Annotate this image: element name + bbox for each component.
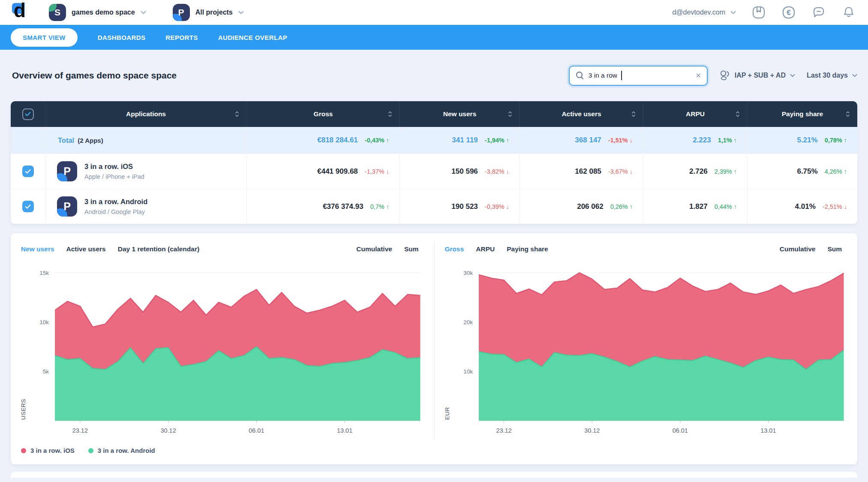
table-row-android-app: P 3 in a row. AndroidAndroid / Google Pl… [11,189,857,224]
chart-tab-day1-retention[interactable]: Day 1 retention (calendar) [118,245,199,253]
tab-smart-view[interactable]: SMART VIEW [11,28,78,47]
text-caret [621,71,622,80]
chart-mode-sum[interactable]: Sum [404,245,419,253]
sort-icon[interactable] [845,111,850,117]
new-users-area-chart: 5k10k15k23.1230.1206.0113.01USERS [11,260,434,440]
sort-icon[interactable] [735,111,740,117]
column-header-new-users[interactable]: New users [399,101,520,127]
account-email: d@devtodev.com [672,9,725,16]
clear-search-icon[interactable]: ✕ [695,72,701,80]
chart-tab-new-users[interactable]: New users [21,245,54,253]
metric-delta: -1,51%↓ [608,137,633,144]
metric-delta: -1,37%↓ [365,168,389,175]
new-users-cell: 190 523-0,39%↓ [399,189,520,224]
account-menu[interactable]: d@devtodev.com [672,9,736,16]
active-users-cell: 206 0620,26%↑ [520,189,643,224]
legend-item-ios[interactable]: 3 in a row. iOS [21,447,75,454]
tab-dashboards[interactable]: DASHBOARDS [98,34,146,41]
space-selector[interactable]: S games demo space [49,4,146,21]
svg-text:USERS: USERS [20,399,27,420]
delta-value: -3,82% [485,168,505,175]
revenue-chart-panel: Gross ARPU Paying share Cumulative Sum 1… [434,241,858,440]
svg-text:15k: 15k [39,270,49,276]
users-chart-panel: New users Active users Day 1 retention (… [11,241,434,440]
trend-arrow-icon: ↑ [734,137,737,144]
metric-delta: -2,51%↓ [823,203,847,210]
svg-text:23.12: 23.12 [496,427,511,434]
delta-value: -3,67% [608,168,628,175]
legend-item-android[interactable]: 3 in a row. Android [88,447,155,454]
select-all-cell [11,101,45,127]
date-range-label: Last 30 days [807,72,848,79]
svg-text:5k: 5k [43,368,49,375]
sort-icon[interactable] [631,111,636,117]
project-icon: P [173,4,190,21]
app-cell[interactable]: P 3 in a row. AndroidAndroid / Google Pl… [45,189,246,224]
date-range-filter[interactable]: Last 30 days [807,72,857,79]
trend-arrow-icon: ↑ [506,137,509,144]
delta-value: -1,37% [365,168,384,175]
chat-icon[interactable] [811,5,826,20]
arpu-cell: 1.8270,44%↑ [643,189,747,224]
column-header-arpu[interactable]: ARPU [643,101,747,127]
svg-text:23.12: 23.12 [72,427,88,434]
search-input[interactable]: 3 in a row ✕ [569,66,708,86]
bookmark-icon[interactable] [751,5,766,20]
select-all-checkbox[interactable] [22,108,34,120]
sort-icon[interactable] [508,111,513,117]
project-icon-letter: P [178,7,184,18]
app-cell[interactable]: P 3 in a row. iOSApple / iPhone + iPad [45,154,246,189]
tab-audience-overlap[interactable]: AUDIENCE OVERLAP [218,34,287,41]
column-header-paying-share[interactable]: Paying share [747,101,857,127]
paying-share-cell: 6.75%4,26%↑ [747,154,857,189]
sort-icon[interactable] [234,111,240,117]
metric-delta: 4,26%↑ [825,168,847,175]
metric-value: €441 909.68 [317,167,358,176]
column-label: Gross [314,110,333,118]
column-header-active-users[interactable]: Active users [520,101,643,127]
sort-icon[interactable] [387,111,393,117]
chart-mode-sum[interactable]: Sum [827,245,842,253]
svg-text:EUR: EUR [444,407,450,420]
chart-mode-cumulative[interactable]: Cumulative [356,245,392,253]
metric-value: 4.01% [795,202,816,211]
trend-arrow-icon: ↓ [506,168,509,175]
metric-value: 1.827 [689,202,708,211]
bell-icon[interactable] [841,5,856,20]
row-checkbox[interactable] [22,201,34,212]
metric-delta: 1,1%↑ [718,137,737,144]
app-icon-letter: P [63,200,71,213]
total-apps-count: (2 Apps) [78,137,103,144]
project-selector-label: All projects [195,9,233,16]
devtodev-logo[interactable]: d [12,2,32,23]
row-checkbox[interactable] [22,166,34,177]
delta-value: -1,94% [485,137,505,144]
table-row-total: Total (2 Apps) €818 284.61-0,43%↑ 341 11… [11,127,857,154]
tab-reports[interactable]: REPORTS [165,34,198,41]
metric-delta: -3,67%↓ [608,168,633,175]
total-label-cell: Total (2 Apps) [45,127,246,154]
delta-value: 2,39% [715,168,732,175]
metric-delta: 0,7%↑ [370,203,389,210]
svg-text:30.12: 30.12 [584,427,600,434]
chart-tab-paying-share[interactable]: Paying share [507,245,548,253]
total-new-users-cell: 341 119-1,94%↑ [399,127,520,154]
metric-value: 341 119 [452,136,478,145]
chevron-down-icon [790,74,795,77]
chart-tab-active-users[interactable]: Active users [66,245,106,253]
project-selector[interactable]: P All projects [173,4,244,21]
svg-text:06.01: 06.01 [249,427,264,434]
chart-tab-arpu[interactable]: ARPU [476,245,495,253]
metric-value: 150 596 [451,167,478,176]
column-header-gross[interactable]: Gross [246,101,399,127]
chart-mode-cumulative[interactable]: Cumulative [780,245,816,253]
column-header-applications[interactable]: Applications [45,101,246,127]
charts-panel: New users Active users Day 1 retention (… [11,233,857,464]
trend-arrow-icon: ↓ [630,137,633,144]
chart-tab-gross[interactable]: Gross [445,245,464,253]
revenue-filter[interactable]: IAP + SUB + AD [719,69,795,81]
euro-icon[interactable]: € [781,5,796,20]
total-label: Total [58,136,74,145]
applications-table: Applications Gross New users Active user… [11,101,857,224]
title-row: Overview of games demo space space 3 in … [11,50,857,101]
